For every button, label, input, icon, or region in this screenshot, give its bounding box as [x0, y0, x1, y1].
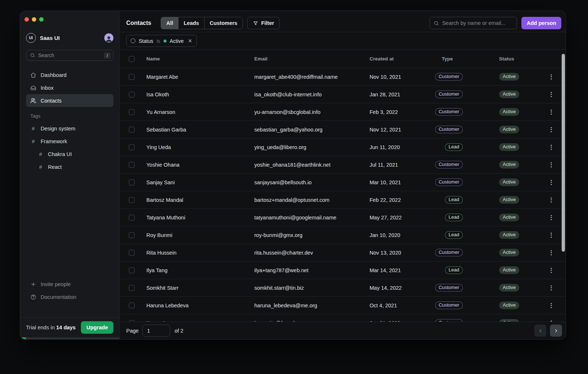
- column-header-name[interactable]: Name: [146, 56, 254, 62]
- status-badge: Active: [499, 90, 519, 99]
- row-checkbox[interactable]: [129, 74, 135, 80]
- tab-leads[interactable]: Leads: [179, 17, 205, 29]
- table-row[interactable]: Sebastian Garba sebastian_garba@yahoo.or…: [120, 121, 566, 138]
- plus-icon: [30, 281, 36, 287]
- contact-name: Ilya Tang: [146, 267, 254, 273]
- row-menu-button[interactable]: [548, 90, 554, 99]
- row-menu-button[interactable]: [548, 72, 554, 82]
- column-header-status[interactable]: Status: [463, 56, 537, 62]
- minimize-window-button[interactable]: [32, 17, 36, 22]
- sidebar-search[interactable]: /: [26, 50, 113, 61]
- status-filter-chip[interactable]: Status is Active: [126, 35, 197, 47]
- row-menu-button[interactable]: [548, 213, 554, 222]
- row-checkbox[interactable]: [129, 92, 135, 97]
- contact-name: Sebastian Garba: [146, 127, 254, 133]
- page-title: Contacts: [126, 20, 151, 26]
- contacts-search-input[interactable]: [442, 20, 513, 26]
- table-row[interactable]: Haruna Lebedeva haruna_lebedeva@me.org O…: [120, 297, 566, 314]
- invite-people-button[interactable]: Invite people: [26, 278, 113, 290]
- upgrade-button[interactable]: Upgrade: [81, 321, 113, 334]
- row-menu-button[interactable]: [548, 283, 554, 293]
- table-row[interactable]: Yu Arnarson yu-arnarson@sbcglobal.info F…: [120, 103, 566, 121]
- contact-name: Sanjay Sani: [146, 179, 254, 185]
- table-row[interactable]: Roy Bunmi roy-bunmi@gmx.org Jan 10, 2020…: [120, 226, 566, 244]
- sidebar-item-inbox[interactable]: Inbox: [26, 81, 113, 94]
- remove-filter-button[interactable]: [188, 38, 192, 43]
- column-header-type[interactable]: Type: [432, 56, 463, 62]
- tag-framework[interactable]: # Framework: [26, 135, 113, 148]
- filter-operator[interactable]: is: [157, 38, 160, 44]
- row-checkbox[interactable]: [129, 162, 135, 168]
- row-menu-button[interactable]: [548, 301, 554, 310]
- tab-all[interactable]: All: [161, 17, 179, 29]
- person-icon: [105, 35, 113, 42]
- contact-email: isa_okoth@club-internet.info: [254, 92, 370, 97]
- filter-field[interactable]: Status: [139, 38, 153, 44]
- zoom-window-button[interactable]: [39, 17, 44, 22]
- table-row[interactable]: Sanjay Sani sanjaysani@bellsouth.io Mar …: [120, 174, 566, 191]
- tag-react[interactable]: # React: [26, 160, 113, 173]
- sidebar-search-input[interactable]: [38, 52, 101, 58]
- row-checkbox[interactable]: [129, 144, 135, 150]
- row-menu-button[interactable]: [548, 107, 554, 117]
- table-scrollbar-thumb[interactable]: [562, 54, 565, 252]
- contact-name: Yu Arnarson: [146, 109, 254, 115]
- documentation-link[interactable]: Documentation: [26, 290, 113, 303]
- tag-chakra-ui[interactable]: # Chakra UI: [26, 148, 113, 160]
- row-menu-button[interactable]: [548, 266, 554, 275]
- row-menu-button[interactable]: [548, 160, 554, 170]
- previous-page-button[interactable]: [534, 325, 546, 337]
- row-checkbox[interactable]: [129, 179, 135, 185]
- filter-value[interactable]: Active: [170, 38, 184, 44]
- row-checkbox[interactable]: [129, 109, 135, 115]
- sidebar-item-contacts[interactable]: Contacts: [26, 94, 113, 107]
- hash-icon: #: [30, 126, 36, 132]
- table-row[interactable]: Kazuo Ito kazuo.ito@free.dev Jun 21, 202…: [120, 314, 566, 322]
- row-menu-button[interactable]: [548, 230, 554, 240]
- table-row[interactable]: Ilya Tang ilya+tang787@web.net Mar 14, 2…: [120, 262, 566, 279]
- table-row[interactable]: Bartosz Mandal bartosz+mandal@optusnet.c…: [120, 191, 566, 209]
- row-checkbox[interactable]: [129, 285, 135, 291]
- status-badge: Active: [499, 266, 519, 274]
- column-header-email[interactable]: Email: [254, 56, 370, 62]
- row-checkbox[interactable]: [129, 232, 135, 238]
- row-menu-button[interactable]: [548, 195, 554, 205]
- row-menu-button[interactable]: [548, 318, 554, 322]
- table-row[interactable]: Isa Okoth isa_okoth@club-internet.info J…: [120, 86, 566, 103]
- row-menu-button[interactable]: [548, 248, 554, 258]
- contact-created-at: Jul 11, 2021: [370, 162, 432, 168]
- type-badge: Customer: [435, 319, 463, 322]
- table-row[interactable]: Somkhit Starr somkhit.starr@tin.biz May …: [120, 279, 566, 297]
- select-all-checkbox[interactable]: [129, 56, 135, 62]
- user-avatar[interactable]: [104, 33, 113, 42]
- table-row[interactable]: Tatyana Muthoni tatyanamuthoni@googlemai…: [120, 209, 566, 226]
- contacts-search[interactable]: [430, 17, 517, 29]
- tab-customers[interactable]: Customers: [205, 17, 243, 29]
- workspace-name[interactable]: Saas UI: [40, 35, 60, 41]
- workspace-logo[interactable]: UI: [26, 33, 36, 43]
- row-checkbox[interactable]: [129, 197, 135, 203]
- row-checkbox[interactable]: [129, 250, 135, 256]
- next-page-button[interactable]: [550, 325, 562, 337]
- column-header-created-at[interactable]: Created at: [370, 56, 432, 62]
- table-row[interactable]: Ying Ueda ying_ueda@libero.org Jun 11, 2…: [120, 138, 566, 156]
- row-checkbox[interactable]: [129, 303, 135, 308]
- row-menu-button[interactable]: [548, 178, 554, 187]
- close-window-button[interactable]: [25, 17, 29, 22]
- tag-design-system[interactable]: # Design system: [26, 122, 113, 135]
- row-menu-button[interactable]: [548, 142, 554, 152]
- row-checkbox[interactable]: [129, 127, 135, 133]
- filter-button[interactable]: Filter: [247, 17, 280, 29]
- row-menu-button[interactable]: [548, 125, 554, 134]
- add-person-button[interactable]: Add person: [521, 17, 561, 29]
- row-checkbox[interactable]: [129, 267, 135, 273]
- page-number-input[interactable]: [142, 325, 170, 337]
- table-row[interactable]: Margaret Abe margaret_abe400@rediffmail.…: [120, 68, 566, 86]
- contact-email: rita.hussein@charter.dev: [254, 250, 370, 256]
- table-row[interactable]: Yoshie Ohana yoshie_ohana181@earthlink.n…: [120, 156, 566, 174]
- row-checkbox[interactable]: [129, 215, 135, 221]
- sidebar-item-dashboard[interactable]: Dashboard: [26, 68, 113, 81]
- table-row[interactable]: Rita Hussein rita.hussein@charter.dev No…: [120, 244, 566, 262]
- contact-created-at: Feb 3, 2022: [370, 109, 432, 115]
- contact-created-at: Nov 12, 2021: [370, 127, 432, 133]
